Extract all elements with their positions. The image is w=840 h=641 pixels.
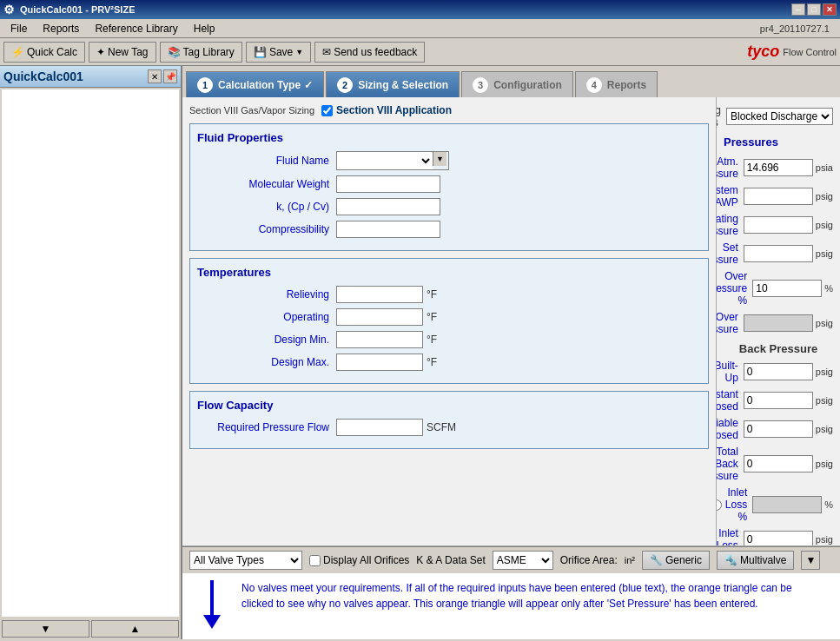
valve-type-select[interactable]: All Valve Types Full Bore Conventional xyxy=(189,551,302,570)
left-panel: Section VIII Gas/Vapor Sizing Section VI… xyxy=(182,97,717,545)
feedback-button[interactable]: ✉ Send us feedback xyxy=(314,42,425,63)
content-panels: Section VIII Gas/Vapor Sizing Section VI… xyxy=(182,97,840,545)
menu-help[interactable]: Help xyxy=(187,21,222,36)
inlet-loss-psig-input[interactable] xyxy=(744,531,813,545)
system-mawp-row: System MAWP psig xyxy=(724,184,833,208)
right-panel: Sizing Basis Blocked Discharge Fire Case… xyxy=(717,97,840,545)
sidebar-nav-prev[interactable]: ▼ xyxy=(2,620,89,638)
minimize-button[interactable]: ─ xyxy=(791,3,805,16)
pressures-title: Pressures xyxy=(724,135,833,149)
tab-sizing-selection[interactable]: 2 Sizing & Selection xyxy=(326,71,460,97)
main-layout: QuickCalc001 ✕ 📌 ▼ ▲ 1 Calculation Type … xyxy=(0,66,840,639)
over-pressure-pct-input[interactable] xyxy=(752,280,822,297)
menu-reference-library[interactable]: Reference Library xyxy=(88,21,184,36)
atm-pressure-input[interactable] xyxy=(744,159,813,176)
sizing-basis-label: Sizing Basis xyxy=(717,104,721,129)
title-bar: ⚙ QuickCalc001 - PRV²SIZE ─ □ ✕ xyxy=(0,0,840,19)
operating-pressure-input[interactable] xyxy=(744,216,813,234)
menu-reports[interactable]: Reports xyxy=(36,21,86,36)
sidebar-close-button[interactable]: ✕ xyxy=(148,69,162,83)
display-all-orifices-label[interactable]: Display All Orifices xyxy=(309,554,409,566)
design-max-input[interactable] xyxy=(336,354,423,371)
kcp-cv-label: k, (Cp / Cv) xyxy=(197,201,336,213)
sidebar-footer: ▼ ▲ xyxy=(0,618,181,639)
inlet-loss-pct-row: Inlet Loss % % xyxy=(724,486,833,523)
relieving-input[interactable] xyxy=(336,286,423,303)
compressibility-input[interactable] xyxy=(336,221,440,238)
multivalve-icon: 🔩 xyxy=(724,554,737,566)
built-up-row: Built-Up psig xyxy=(724,360,833,384)
section8-checkbox-label[interactable]: Section VIII Application xyxy=(321,104,452,116)
save-button[interactable]: 💾 Save ▼ xyxy=(246,42,311,63)
generic-icon: 🔧 xyxy=(650,554,663,566)
total-back-pressure-label: Total Back Pressure xyxy=(717,446,738,482)
sidebar-content xyxy=(2,89,179,617)
sidebar-header: QuickCalc001 ✕ 📌 xyxy=(0,66,181,88)
req-pressure-flow-input[interactable] xyxy=(336,419,423,436)
inlet-loss-pct-radio[interactable] xyxy=(717,499,722,511)
system-mawp-label: System MAWP xyxy=(717,184,738,208)
system-mawp-input[interactable] xyxy=(744,188,813,205)
relieving-unit: °F xyxy=(427,288,461,301)
set-pressure-row: Set Pressure psig xyxy=(724,241,833,266)
fluid-name-row: Fluid Name ▼ xyxy=(197,151,701,170)
tab-configuration[interactable]: 3 Configuration xyxy=(461,71,573,97)
close-button[interactable]: ✕ xyxy=(823,3,837,16)
sidebar-nav-next[interactable]: ▲ xyxy=(91,620,179,638)
variable-superimposed-label: Variable Superimposed xyxy=(717,417,738,441)
multivalve-button[interactable]: 🔩 Multivalve xyxy=(717,551,794,570)
flow-capacity-title: Flow Capacity xyxy=(197,399,701,412)
design-min-row: Design Min. °F xyxy=(197,331,701,348)
design-min-input[interactable] xyxy=(336,331,423,348)
section8-checkbox[interactable] xyxy=(321,105,333,116)
quick-calc-button[interactable]: ⚡ Quick Calc xyxy=(3,42,85,63)
save-icon: 💾 xyxy=(254,46,267,58)
over-pressure-pct-unit: % xyxy=(824,283,833,294)
molecular-weight-input[interactable] xyxy=(336,175,440,193)
over-pressure-psig-input[interactable] xyxy=(744,314,813,332)
menu-file[interactable]: File xyxy=(3,21,34,36)
total-back-pressure-input[interactable] xyxy=(744,455,813,472)
quick-calc-icon: ⚡ xyxy=(11,46,24,58)
built-up-input[interactable] xyxy=(744,363,813,380)
operating-input[interactable] xyxy=(336,308,423,326)
filter-button[interactable]: ▼ xyxy=(801,551,820,570)
tyco-logo: tyco xyxy=(747,43,779,61)
asme-select[interactable]: ASME API xyxy=(493,551,553,570)
fluid-dropdown-arrow[interactable]: ▼ xyxy=(433,152,446,166)
tab3-num: 3 xyxy=(473,77,488,93)
flow-control-text: Flow Control xyxy=(783,47,837,57)
maximize-button[interactable]: □ xyxy=(807,3,821,16)
operating-unit: °F xyxy=(427,311,461,323)
inlet-loss-pct-input[interactable] xyxy=(752,496,822,513)
tab-calculation-type[interactable]: 1 Calculation Type ✓ xyxy=(186,71,324,97)
generic-button[interactable]: 🔧 Generic xyxy=(642,551,710,570)
operating-pressure-unit: psig xyxy=(816,220,833,230)
fluid-name-select[interactable] xyxy=(337,152,433,169)
app-title: QuickCalc001 - PRV²SIZE xyxy=(20,4,135,15)
orifice-area-label: Orifice Area: xyxy=(560,554,618,566)
tab2-num: 2 xyxy=(337,77,353,93)
new-tag-button[interactable]: ✦ New Tag xyxy=(89,42,155,63)
constant-superimposed-input[interactable] xyxy=(744,392,813,409)
sizing-basis-select[interactable]: Blocked Discharge Fire Case Other xyxy=(726,108,833,125)
set-pressure-input[interactable] xyxy=(744,245,813,262)
new-tag-icon: ✦ xyxy=(96,46,105,58)
fluid-properties-title: Fluid Properties xyxy=(197,131,701,144)
display-all-orifices-checkbox[interactable] xyxy=(309,555,321,566)
panel-header-row: Section VIII Gas/Vapor Sizing Section VI… xyxy=(189,104,709,116)
bottom-section: All Valve Types Full Bore Conventional D… xyxy=(182,545,840,639)
tab1-check: ✓ xyxy=(304,79,313,91)
svg-marker-1 xyxy=(203,615,221,629)
fluid-properties-section: Fluid Properties Fluid Name ▼ Molecular … xyxy=(189,123,709,251)
inlet-loss-psig-label: Inlet Loss xyxy=(717,527,738,545)
tab-reports[interactable]: 4 Reports xyxy=(575,71,658,97)
tag-library-button[interactable]: 📚 Tag Library xyxy=(160,42,242,63)
set-pressure-label: Set Pressure xyxy=(717,241,738,266)
sidebar-pin-button[interactable]: 📌 xyxy=(163,69,177,83)
system-mawp-unit: psig xyxy=(816,191,833,202)
variable-superimposed-input[interactable] xyxy=(744,420,813,438)
kcp-cv-input[interactable] xyxy=(336,198,440,215)
operating-pressure-row: Operating Pressure psig xyxy=(724,213,833,237)
fluid-name-select-wrap[interactable]: ▼ xyxy=(336,151,449,170)
